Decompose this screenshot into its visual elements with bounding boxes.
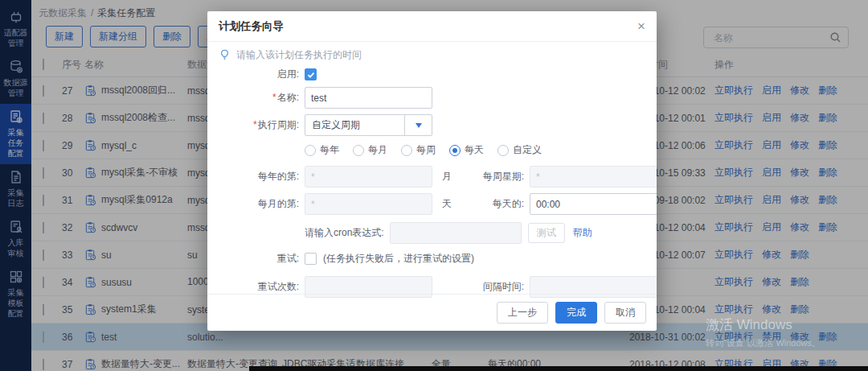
interval-label: 间隔时间: (463, 280, 530, 294)
prev-step-button[interactable]: 上一步 (497, 302, 548, 324)
chevron-down-icon (404, 115, 432, 135)
dialog-header: 计划任务向导 × (207, 11, 657, 42)
radio-icon (497, 145, 509, 156)
week-label: 每周星期: (463, 170, 530, 183)
radio-daily[interactable]: 每天 (449, 143, 484, 157)
retry-count-label: 重试次数: (219, 280, 305, 294)
radio-yearly[interactable]: 每年 (305, 143, 339, 157)
radio-icon (353, 145, 364, 156)
name-label: *名称: (219, 91, 305, 105)
close-icon[interactable]: × (637, 19, 645, 33)
week-input (530, 166, 657, 188)
help-link[interactable]: 帮助 (573, 226, 592, 240)
period-select-value: 自定义周期 (305, 115, 404, 135)
required-mark: * (272, 92, 276, 103)
period-label: *执行周期: (219, 118, 305, 132)
dialog-title: 计划任务向导 (219, 19, 284, 34)
enable-label: 启用: (219, 68, 305, 81)
cron-label: 请输入cron表达式: (305, 226, 390, 240)
required-mark: * (253, 119, 257, 130)
bottom-edge-bar (249, 366, 868, 371)
finish-button[interactable]: 完成 (555, 302, 597, 324)
cron-input (390, 222, 522, 244)
enable-checkbox[interactable] (305, 68, 317, 80)
app-window: 适配器 管理 数据源 管理 采集 任务 配置 采集 日志 入库 审核 (0, 0, 868, 371)
period-radio-group: 每年 每月 每周 每天 自定义 (305, 143, 645, 157)
bulb-icon (219, 49, 231, 61)
radio-icon (449, 145, 461, 156)
task-name-input[interactable] (305, 87, 432, 109)
year-label: 每年的第: (219, 170, 305, 183)
monthday-input (305, 193, 432, 215)
period-select[interactable]: 自定义周期 (305, 114, 432, 136)
dialog-tip: 请输入该计划任务执行的时间 (219, 48, 645, 62)
test-button: 测试 (528, 223, 565, 243)
radio-icon (305, 145, 316, 156)
radio-monthly[interactable]: 每月 (353, 143, 387, 157)
cancel-button[interactable]: 取消 (604, 302, 646, 324)
radio-custom[interactable]: 自定义 (497, 143, 542, 157)
radio-icon (401, 145, 412, 156)
retry-label: 重试: (219, 252, 305, 266)
radio-weekly[interactable]: 每周 (401, 143, 436, 157)
dialog-tip-text: 请输入该计划任务执行的时间 (236, 48, 362, 62)
monthday-label: 每月的第: (219, 197, 305, 211)
dialog-footer: 上一步 完成 取消 (207, 294, 657, 331)
dialog-body: 请输入该计划任务执行的时间 启用: *名称: *执行周期: 自定义周期 (207, 42, 657, 300)
day-suffix: 天 (442, 197, 463, 211)
daytime-input[interactable] (530, 193, 657, 215)
retry-note: (任务执行失败后，进行重试的设置) (323, 252, 474, 266)
retry-checkbox[interactable] (305, 253, 317, 265)
daytime-label: 每天的: (463, 197, 530, 211)
month-suffix: 月 (442, 170, 463, 183)
schedule-wizard-dialog: 计划任务向导 × 请输入该计划任务执行的时间 启用: *名称: * (207, 11, 657, 331)
year-input (305, 166, 432, 188)
